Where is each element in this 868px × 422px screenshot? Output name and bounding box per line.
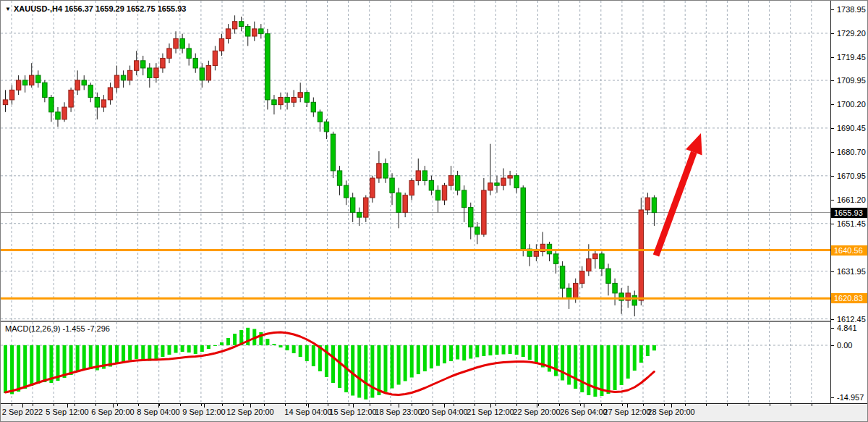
time-axis-minor-tick	[117, 404, 118, 406]
candle-body	[9, 90, 14, 100]
candle-body	[22, 80, 27, 85]
axis-tick	[831, 80, 834, 81]
candle-body	[448, 176, 453, 186]
candle-body	[495, 183, 499, 185]
price-chart[interactable]	[1, 1, 830, 321]
time-axis-minor-tick	[54, 404, 54, 406]
time-axis-label: 12 Sep 20:00	[226, 408, 273, 416]
time-axis-minor-tick	[516, 404, 517, 406]
candle-body	[370, 178, 375, 198]
candle-body	[324, 122, 328, 132]
time-axis-minor-tick	[643, 404, 644, 406]
axis-tick	[831, 328, 834, 329]
macd-bar	[272, 344, 276, 345]
plot-area[interactable]: ▼ XAUUSD-,H4 1656.37 1659.29 1652.75 165…	[1, 1, 830, 422]
time-axis-label: 5 Sep 12:00	[46, 408, 88, 416]
macd-bar	[364, 345, 367, 400]
candle-body	[75, 80, 80, 90]
macd-bar	[312, 345, 315, 366]
candle-body	[508, 176, 512, 178]
time-axis-minor-tick	[706, 404, 707, 406]
time-axis-minor-tick	[222, 404, 223, 406]
axis-tick	[831, 345, 834, 346]
axis-tick	[831, 200, 834, 201]
macd-histogram	[4, 328, 656, 400]
candle-body	[135, 61, 139, 71]
candle-body	[174, 38, 178, 48]
macd-bar	[567, 345, 571, 385]
macd-bar	[580, 345, 584, 392]
macd-bar	[351, 345, 354, 396]
time-axis-minor-tick	[791, 404, 791, 406]
time-axis-minor-tick	[749, 404, 749, 406]
price-axis-label: 1612.45	[837, 315, 866, 324]
macd-bar	[4, 345, 7, 393]
candle-body	[108, 88, 112, 100]
candle-body	[62, 107, 67, 119]
macd-bar	[633, 345, 637, 371]
time-axis-minor-tick	[285, 404, 286, 406]
trend-arrow[interactable]	[656, 133, 702, 256]
macd-bar	[30, 345, 33, 386]
macd-axis-label: -14.957	[837, 393, 864, 402]
candle-body	[462, 190, 467, 208]
macd-bar	[383, 345, 387, 392]
candle-body	[396, 193, 401, 212]
pane-separator[interactable]	[1, 321, 868, 322]
time-axis-minor-tick	[538, 404, 539, 406]
candle-body	[69, 90, 73, 107]
candle-body	[161, 58, 165, 68]
macd-bar	[646, 345, 650, 356]
macd-bar	[495, 345, 499, 355]
macd-bar	[423, 345, 427, 371]
price-axis-label: 1631.95	[837, 267, 866, 276]
price-axis-label: 1709.95	[837, 76, 866, 85]
candle-body	[344, 185, 348, 198]
candle-body	[580, 271, 584, 283]
candle-body	[206, 66, 210, 80]
macd-bar	[69, 345, 73, 375]
macd-bar	[639, 345, 643, 363]
time-axis-minor-tick	[559, 404, 560, 406]
macd-bar	[23, 345, 27, 389]
time-axis-label: 2 Sep 2022	[2, 408, 43, 416]
time-axis[interactable]: 2 Sep 20225 Sep 12:006 Sep 20:008 Sep 04…	[1, 404, 868, 422]
time-axis-minor-tick	[454, 404, 454, 406]
macd-bar	[10, 345, 14, 394]
candle-body	[606, 269, 610, 283]
candle-body	[43, 83, 47, 97]
time-axis-minor-tick	[812, 404, 812, 406]
symbol-dropdown-icon[interactable]: ▼	[5, 6, 11, 12]
macd-bar	[554, 345, 558, 376]
candle-body	[553, 254, 558, 264]
time-axis-minor-tick	[180, 404, 181, 406]
candle-body	[121, 75, 125, 80]
symbol-header[interactable]: ▼ XAUUSD-,H4 1656.37 1659.29 1652.75 165…	[5, 4, 186, 13]
macd-bar	[613, 345, 617, 390]
macd-bar	[63, 345, 67, 378]
macd-bar	[469, 345, 472, 359]
macd-bar	[410, 345, 414, 378]
price-axis-label: 1661.20	[837, 195, 866, 204]
candle-body	[56, 112, 60, 119]
candle-body	[416, 171, 420, 181]
price-axis-label: 1738.95	[837, 5, 866, 14]
price-axis-label: 1651.45	[837, 219, 866, 228]
macd-bar	[449, 345, 453, 361]
macd-chart[interactable]	[1, 322, 830, 403]
axis-tick	[831, 152, 834, 153]
axis-tick	[831, 128, 834, 129]
macd-bar	[115, 345, 119, 364]
macd-bar	[528, 345, 532, 360]
time-axis-minor-tick	[349, 404, 349, 406]
macd-bar	[43, 345, 46, 382]
candle-body	[246, 26, 250, 36]
macd-bar	[168, 345, 171, 355]
price-axis[interactable]: 1738.951729.201719.451709.951700.201690.…	[831, 1, 868, 403]
candle-body	[127, 70, 132, 80]
time-axis-minor-tick	[685, 404, 686, 406]
candle-body	[403, 195, 407, 213]
time-axis-minor-tick	[95, 404, 96, 406]
candle-body	[377, 164, 381, 178]
time-axis-label: 20 Sep 04:00	[420, 408, 467, 416]
